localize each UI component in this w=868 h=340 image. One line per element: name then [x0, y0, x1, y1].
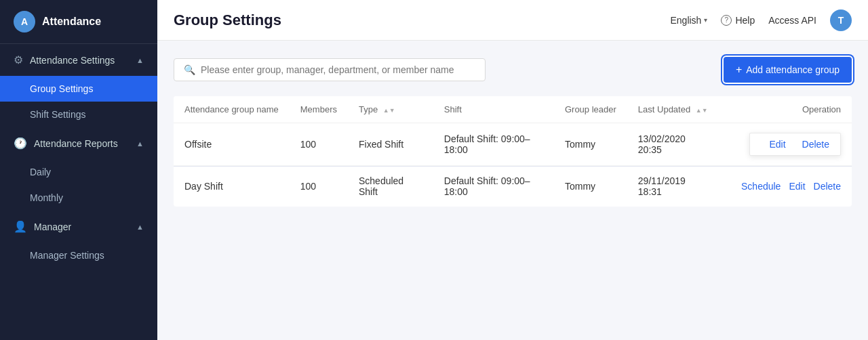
sidebar-section-label-attendance-reports: Attendance Reports	[34, 138, 118, 149]
sidebar-item-monthly[interactable]: Monthly	[0, 185, 157, 211]
sidebar-section-header-attendance-reports[interactable]: 🕐 Attendance Reports ▲	[0, 127, 157, 159]
cell-shift: Default Shift: 09:00–18:00	[433, 123, 554, 166]
sidebar-section-attendance-reports: 🕐 Attendance Reports ▲ Daily Monthly	[0, 127, 157, 211]
add-button-label: Add attendance group	[746, 64, 840, 75]
logo-icon: A	[14, 11, 35, 33]
header: Group Settings English ▾ ? Help Access A…	[157, 0, 868, 41]
chevron-up-icon: ▲	[136, 56, 144, 64]
help-circle-icon: ?	[721, 15, 732, 26]
type-sort-icon: ▲▼	[383, 108, 395, 114]
cell-members: 100	[290, 166, 348, 207]
cell-members: 100	[290, 123, 348, 166]
sidebar-section-label-attendance-settings: Attendance Settings	[30, 55, 115, 66]
col-updated[interactable]: Last Updated ▲▼	[627, 96, 722, 123]
person-icon: 👤	[14, 220, 27, 233]
header-actions: English ▾ ? Help Access API T	[670, 9, 852, 31]
gear-icon: ⚙	[14, 54, 23, 66]
attendance-groups-table: Attendance group name Members Type ▲▼ Sh…	[174, 96, 852, 207]
table-row: Offsite100Fixed ShiftDefault Shift: 09:0…	[174, 123, 852, 166]
cell-leader: Tommy	[554, 166, 627, 207]
cell-name: Day Shift	[174, 166, 290, 207]
cell-type: Fixed Shift	[348, 123, 433, 166]
col-type[interactable]: Type ▲▼	[348, 96, 433, 123]
user-avatar[interactable]: T	[830, 9, 852, 31]
help-label: Help	[735, 15, 755, 26]
col-operation: Operation	[722, 96, 852, 123]
col-shift: Shift	[433, 96, 554, 123]
sidebar: A Attendance ⚙ Attendance Settings ▲ Gro…	[0, 0, 157, 340]
content-area: 🔍 + Add attendance group Attendance grou…	[157, 41, 868, 340]
cell-leader: Tommy	[554, 123, 627, 166]
search-input[interactable]	[201, 64, 475, 75]
clock-icon: 🕐	[14, 137, 27, 150]
sidebar-section-label-manager: Manager	[34, 221, 71, 232]
cell-type: Scheduled Shift	[348, 166, 433, 207]
logo-text: Attendance	[42, 16, 101, 28]
search-box: 🔍	[174, 58, 486, 81]
sidebar-section-header-attendance-settings[interactable]: ⚙ Attendance Settings ▲	[0, 44, 157, 76]
cell-shift: Default Shift: 09:00–18:00	[433, 166, 554, 207]
op-edit-link[interactable]: Edit	[769, 139, 785, 150]
sidebar-item-group-settings[interactable]: Group Settings	[0, 76, 157, 102]
sidebar-section-header-manager[interactable]: 👤 Manager ▲	[0, 211, 157, 242]
chevron-manager-icon: ▲	[136, 223, 144, 231]
access-api-link[interactable]: Access API	[768, 15, 816, 26]
cell-operations: ScheduleEditDelete	[722, 166, 852, 207]
add-attendance-group-button[interactable]: + Add attendance group	[724, 57, 852, 83]
sidebar-section-attendance-settings: ⚙ Attendance Settings ▲ Group Settings S…	[0, 44, 157, 127]
sidebar-item-manager-settings[interactable]: Manager Settings	[0, 242, 157, 268]
col-name: Attendance group name	[174, 96, 290, 123]
table-header-row: Attendance group name Members Type ▲▼ Sh…	[174, 96, 852, 123]
plus-icon: +	[736, 64, 742, 76]
cell-operations: EditDelete	[722, 123, 852, 166]
op-edit-link[interactable]: Edit	[789, 181, 805, 192]
op-schedule-link[interactable]: Schedule	[741, 181, 781, 192]
cell-updated: 13/02/2020 20:35	[627, 123, 722, 166]
main-area: Group Settings English ▾ ? Help Access A…	[157, 0, 868, 340]
op-delete-link[interactable]: Delete	[814, 181, 841, 192]
cell-name: Offsite	[174, 123, 290, 166]
table-row: Day Shift100Scheduled ShiftDefault Shift…	[174, 166, 852, 207]
chevron-down-icon: ▲	[136, 140, 144, 148]
language-selector[interactable]: English ▾	[670, 15, 707, 26]
col-members: Members	[290, 96, 348, 123]
lang-chevron-icon: ▾	[704, 16, 707, 24]
toolbar: 🔍 + Add attendance group	[174, 57, 852, 83]
col-leader: Group leader	[554, 96, 627, 123]
op-delete-link[interactable]: Delete	[802, 139, 829, 150]
sidebar-logo: A Attendance	[0, 0, 157, 44]
cell-updated: 29/11/2019 18:31	[627, 166, 722, 207]
updated-sort-icon: ▲▼	[696, 108, 708, 114]
sidebar-item-shift-settings[interactable]: Shift Settings	[0, 102, 157, 127]
help-button[interactable]: ? Help	[721, 15, 755, 26]
search-icon: 🔍	[184, 64, 195, 75]
operations-box: EditDelete	[749, 133, 841, 156]
language-label: English	[670, 15, 701, 26]
sidebar-section-manager: 👤 Manager ▲ Manager Settings	[0, 211, 157, 268]
page-title: Group Settings	[174, 12, 281, 29]
sidebar-item-daily[interactable]: Daily	[0, 159, 157, 185]
